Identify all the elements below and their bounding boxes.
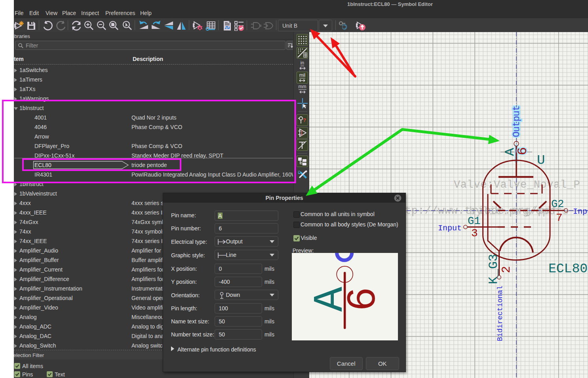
svg-text:3: 3 [471, 227, 478, 239]
svg-text:−: − [16, 23, 17, 26]
svg-text:G2: G2 [551, 198, 564, 210]
svg-text:+: + [301, 133, 302, 136]
svg-text:Output: Output [511, 106, 522, 137]
svg-text:G1: G1 [468, 215, 480, 227]
svg-text:6: 6 [515, 147, 530, 155]
svg-text:K_G3: K_G3 [486, 254, 501, 284]
svg-text:ECL80: ECL80 [548, 262, 588, 276]
svg-text:U: U [537, 153, 545, 168]
svg-text:−: − [301, 130, 302, 133]
svg-text:2: 2 [500, 266, 513, 273]
svg-text:6: 6 [341, 287, 387, 312]
svg-text:ECL80: ECL80 [34, 162, 51, 168]
svg-text:7: 7 [556, 212, 563, 224]
svg-text:Input: Input [573, 207, 588, 216]
svg-text:Input: Input [438, 224, 462, 233]
svg-text:+: + [16, 26, 17, 28]
svg-text:?: ? [303, 117, 306, 123]
svg-text:Valve:Valve_Noval_P: Valve:Valve_Noval_P [454, 179, 580, 191]
svg-text:Bidirectional: Bidirectional [496, 286, 504, 341]
